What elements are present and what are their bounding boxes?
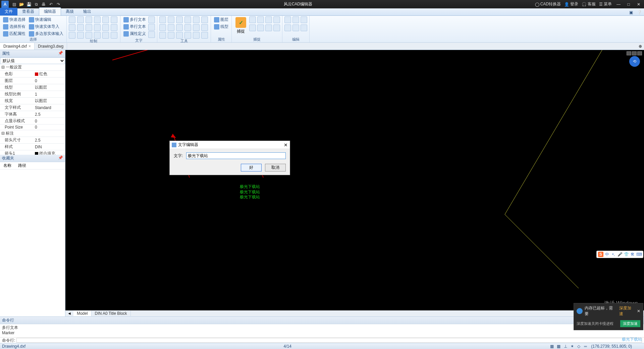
ltype-button[interactable]: 线型 (213, 23, 229, 30)
view-cube[interactable]: ⟲ (629, 56, 640, 67)
canvas-min-icon[interactable] (627, 51, 631, 55)
undo-icon[interactable]: ↶ (48, 2, 54, 7)
tabs-expand-icon[interactable]: ⊕ (637, 44, 644, 49)
dialog-close-icon[interactable]: ✕ (284, 142, 288, 148)
pin-icon[interactable]: 📌 (58, 51, 63, 56)
canvas-max-icon[interactable] (632, 51, 637, 55)
doc-tab-1[interactable]: Drawing4.dxf× (0, 43, 35, 50)
dim-radius-icon[interactable] (184, 16, 191, 23)
save-icon[interactable]: 💾 (26, 2, 32, 7)
snap-int-icon[interactable] (257, 24, 264, 31)
revcloud-icon[interactable] (86, 32, 92, 39)
tab-editor[interactable]: 编辑器 (39, 7, 61, 15)
notif-action-button[interactable]: 深度加速 (620, 320, 640, 327)
donut-icon[interactable] (77, 32, 84, 39)
dialog-cancel-button[interactable]: 取消 (265, 164, 286, 171)
spline-icon[interactable] (69, 24, 75, 31)
snap-qua-icon[interactable] (249, 24, 256, 31)
tab-model[interactable]: Model (73, 311, 92, 316)
arc-icon[interactable] (86, 16, 92, 23)
dialog-titlebar[interactable]: 文字编辑器 ✕ (170, 141, 290, 149)
dim-linear-icon[interactable] (159, 16, 166, 23)
doc-tab-2[interactable]: Drawing3.dwg (35, 43, 67, 50)
dim-ord-icon[interactable] (201, 16, 208, 23)
snap-cen-icon[interactable] (265, 16, 272, 23)
menu-button[interactable]: ☰菜单 (599, 1, 612, 7)
hatch-icon[interactable] (102, 24, 109, 31)
minimize-button[interactable]: — (615, 2, 622, 7)
quick-edit-button[interactable]: 快速编辑 (28, 16, 64, 23)
region-icon[interactable] (111, 24, 117, 31)
leader-icon[interactable] (159, 24, 166, 31)
snap-ext-icon[interactable] (265, 24, 272, 31)
grid-toggle-icon[interactable]: ▦ (556, 344, 561, 349)
ime-punct-icon[interactable]: •, (611, 252, 616, 257)
copy-icon[interactable] (284, 16, 291, 23)
t5-icon[interactable] (193, 32, 200, 39)
rect-icon[interactable] (102, 16, 109, 23)
center-icon[interactable] (176, 24, 183, 31)
service-button[interactable]: 🎧客服 (582, 1, 596, 7)
stext-button[interactable]: 单行文本 (122, 23, 147, 30)
t2-icon[interactable] (168, 32, 174, 39)
help-icon[interactable]: ❔ (635, 9, 644, 15)
t4-icon[interactable] (184, 32, 191, 39)
select-all-button[interactable]: 选择所有 (2, 23, 26, 30)
snap-end-icon[interactable] (249, 16, 256, 23)
tolerance-icon[interactable] (168, 24, 174, 31)
new-icon[interactable]: ▤ (11, 2, 17, 7)
ellipse-icon[interactable] (111, 16, 117, 23)
dim-diameter-icon[interactable] (193, 16, 200, 23)
line-icon[interactable] (69, 16, 75, 23)
point-icon[interactable] (94, 24, 101, 31)
close-button[interactable]: ✕ (635, 2, 642, 7)
measure-icon[interactable] (184, 24, 191, 31)
dim-aligned-icon[interactable] (168, 16, 174, 23)
ime-skin-icon[interactable]: 👕 (624, 252, 629, 257)
property-filter-select[interactable]: 默认值 (0, 57, 65, 64)
snap-mid-icon[interactable] (257, 16, 264, 23)
lwt-toggle-icon[interactable]: ═ (583, 344, 588, 349)
tab-output[interactable]: 输出 (78, 8, 96, 15)
text-dd1-icon[interactable] (148, 16, 155, 23)
move-icon[interactable] (292, 16, 299, 23)
quick-select-button[interactable]: 快速选择 (2, 16, 26, 23)
dialog-text-input[interactable] (186, 152, 286, 159)
image-icon[interactable] (111, 32, 117, 39)
tab-file[interactable]: 文件 (0, 8, 17, 15)
tab-layout1[interactable]: DIN A0 Title Block (92, 311, 131, 316)
t1-icon[interactable] (159, 32, 166, 39)
ime-lang-toggle[interactable]: 中 (604, 252, 610, 257)
block-icon[interactable] (102, 32, 109, 39)
ime-tool-icon[interactable]: 🛠 (630, 252, 635, 257)
maximize-button[interactable]: □ (625, 2, 632, 7)
snap-node-icon[interactable] (273, 16, 280, 23)
wipeout-icon[interactable] (94, 32, 101, 39)
ime-logo-icon[interactable]: S (598, 252, 603, 257)
t3-icon[interactable] (176, 32, 183, 39)
dialog-ok-button[interactable]: 好 (241, 164, 262, 171)
snap-big-button[interactable]: 捕捉 (234, 16, 248, 37)
notif-close-icon[interactable]: ✕ (637, 309, 640, 313)
t6-icon[interactable] (201, 32, 208, 39)
xline-icon[interactable] (77, 24, 84, 31)
circle-icon[interactable] (94, 16, 101, 23)
drawing-canvas[interactable]: ⟲ 极光下载站 极光下载站 极光下载站 激活 Windows 转到"设置"以激活… (65, 50, 644, 316)
rotate-icon[interactable] (301, 16, 307, 23)
layer-button[interactable]: 图层 (213, 16, 229, 23)
ime-voice-icon[interactable]: 🎤 (617, 252, 623, 257)
print-icon[interactable]: 🖶 (41, 2, 46, 7)
close-tab-icon[interactable]: × (29, 44, 31, 49)
snap-toggle-icon[interactable]: ▦ (550, 344, 554, 349)
mtext-button[interactable]: 多行文本 (122, 16, 147, 23)
osnap-toggle-icon[interactable]: ◇ (577, 344, 581, 349)
quick-entity-import-button[interactable]: 快速实体导入 (28, 23, 64, 30)
login-button[interactable]: 👤登录 (564, 1, 578, 7)
polyline-icon[interactable] (77, 16, 84, 23)
notif-link[interactable]: 深度加速 (619, 305, 635, 317)
ray-icon[interactable] (86, 24, 92, 31)
command-input[interactable] (16, 338, 642, 343)
saveall-icon[interactable]: ⧉ (34, 2, 39, 7)
property-grid[interactable]: ⊟ 一般设置 色彩红色 图层0 线型以图层 线型比例1 线宽以图层 文字样式St… (0, 64, 65, 155)
attdef-button[interactable]: 属性定义 (122, 31, 147, 37)
